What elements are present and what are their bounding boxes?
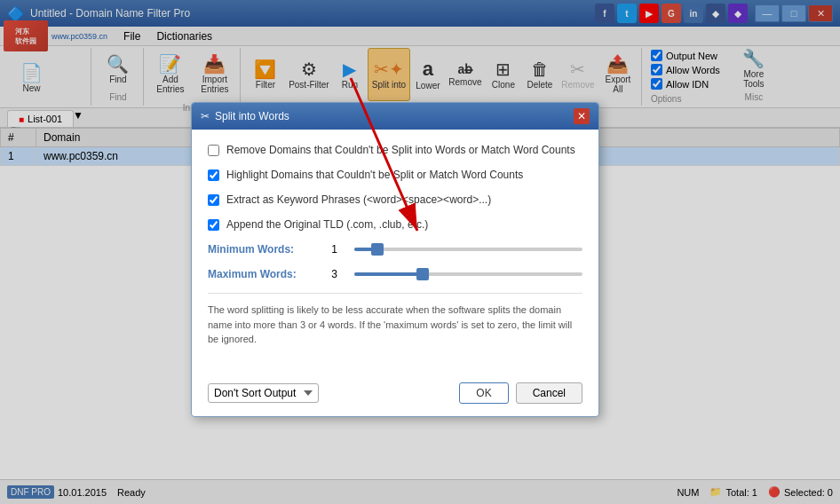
max-words-track: [354, 272, 582, 276]
dialog-footer-left: Don't Sort Output Sort Ascending Sort De…: [208, 383, 319, 403]
max-words-label: Maximum Words:: [208, 268, 314, 280]
checkbox-row-append: Append the Original TLD (.com, .club, et…: [208, 218, 582, 231]
min-words-thumb[interactable]: [371, 243, 384, 256]
dialog-content: Remove Domains that Couldn't be Split in…: [192, 130, 598, 375]
dialog-title-icon: ✂: [201, 110, 210, 122]
checkbox-row-highlight: Highlight Domains that Couldn't be Split…: [208, 169, 582, 181]
dialog-close-button[interactable]: ✕: [574, 108, 590, 124]
max-words-value: 3: [323, 268, 345, 280]
min-words-row: Minimum Words: 1: [208, 243, 582, 256]
checkbox-row-extract: Extract as Keyword Phrases (<word><space…: [208, 193, 582, 206]
append-tld-checkbox[interactable]: [208, 219, 219, 231]
dialog-title-bar: ✂ Split into Words ✕: [192, 103, 598, 130]
dialog-note: The word splitting is likely to be less …: [208, 293, 582, 347]
extract-keyword-checkbox[interactable]: [208, 194, 219, 206]
dialog-title-text: Split into Words: [215, 110, 289, 122]
sort-select[interactable]: Don't Sort Output Sort Ascending Sort De…: [208, 383, 319, 403]
max-words-row: Maximum Words: 3: [208, 268, 582, 280]
dialog-action-buttons: OK Cancel: [459, 382, 582, 404]
dialog-footer: Don't Sort Output Sort Ascending Sort De…: [192, 375, 598, 416]
min-words-value: 1: [323, 243, 345, 256]
min-words-track: [354, 248, 582, 251]
highlight-domains-label: Highlight Domains that Couldn't be Split…: [226, 169, 523, 181]
max-words-thumb[interactable]: [416, 268, 429, 280]
max-words-fill: [354, 272, 423, 276]
min-words-label: Minimum Words:: [208, 243, 314, 256]
highlight-domains-checkbox[interactable]: [208, 169, 219, 181]
dialog-split-into-words: ✂ Split into Words ✕ Remove Domains that…: [191, 102, 599, 417]
append-tld-label: Append the Original TLD (.com, .club, et…: [226, 218, 428, 231]
dialog-title-left: ✂ Split into Words: [201, 110, 289, 122]
ok-button[interactable]: OK: [459, 382, 508, 404]
checkbox-row-remove: Remove Domains that Couldn't be Split in…: [208, 144, 582, 156]
modal-overlay: ✂ Split into Words ✕ Remove Domains that…: [0, 0, 840, 504]
extract-keyword-label: Extract as Keyword Phrases (<word><space…: [226, 193, 491, 206]
cancel-button[interactable]: Cancel: [516, 382, 582, 404]
remove-domains-label: Remove Domains that Couldn't be Split in…: [226, 144, 575, 156]
remove-domains-checkbox[interactable]: [208, 145, 219, 156]
